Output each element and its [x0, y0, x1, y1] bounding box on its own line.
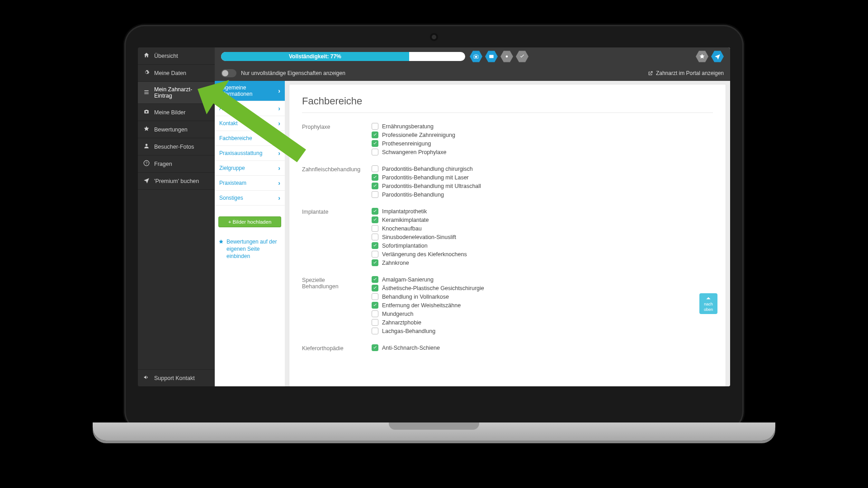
nav-item-label: Übersicht — [154, 53, 178, 59]
user-icon — [143, 143, 150, 150]
subnav-item-label: Fachbereiche — [219, 135, 252, 141]
option-label: Ästhetische-Plastische Gesichtschirurgie — [382, 285, 484, 291]
nav-item-7[interactable]: 'Premium' buchen — [138, 173, 215, 190]
top-hex-generic2-icon[interactable] — [516, 50, 528, 63]
subnav-item-label: Zielgruppe — [219, 165, 245, 171]
option-label: Zahnarztphobie — [382, 319, 421, 326]
nav-item-3[interactable]: Meine Bilder — [138, 104, 215, 121]
topbar-progress: Vollständigkeit: 77% — [215, 47, 730, 66]
incomplete-only-toggle[interactable] — [221, 69, 236, 77]
nav-item-5[interactable]: Besucher-Fotos — [138, 138, 215, 155]
subnav-item-5[interactable]: Zielgruppe› — [215, 161, 285, 176]
option-label: Verlängerung des Kieferknochens — [382, 251, 467, 258]
subnav-item-1[interactable]: Adresse› — [215, 101, 285, 116]
checkbox[interactable] — [372, 216, 378, 223]
checkbox[interactable] — [372, 208, 378, 215]
group-label: Spezielle Behandlungen — [302, 276, 361, 334]
option-label: Prothesenreinigung — [382, 141, 431, 147]
checkbox[interactable] — [372, 293, 378, 300]
open-in-portal-link[interactable]: Zahnarzt im Portal anzeigen — [647, 70, 724, 76]
top-hex-generic1-icon[interactable] — [500, 50, 513, 63]
check-icon — [373, 303, 377, 308]
top-hex-star-icon[interactable] — [696, 50, 708, 63]
check-icon — [373, 243, 377, 248]
check-icon — [373, 217, 377, 222]
checkbox[interactable] — [372, 259, 378, 266]
subnav-item-6[interactable]: Praxisteam› — [215, 176, 285, 191]
checkbox[interactable] — [372, 225, 378, 232]
checkbox[interactable] — [372, 302, 378, 309]
nav-support-label: Support Kontakt — [154, 375, 195, 381]
chevron-right-icon: › — [278, 120, 280, 127]
option-row: Mundgeruch — [372, 310, 484, 317]
option-row: Parodontitis-Behandlung mit Ultraschall — [372, 183, 481, 189]
checkbox[interactable] — [372, 149, 378, 155]
checkbox[interactable] — [372, 140, 378, 147]
chevron-up-icon — [705, 295, 712, 301]
option-row: Implantatprothetik — [372, 208, 467, 215]
option-label: Keramikimplantate — [382, 217, 429, 223]
field-group: KieferorthopädieAnti-Schnarch-Schiene — [302, 344, 713, 352]
nav-spacer — [138, 190, 215, 369]
checkbox[interactable] — [372, 276, 378, 283]
home-icon — [143, 52, 150, 60]
option-row: Professionelle Zahnreinigung — [372, 131, 455, 138]
option-row: Ästhetische-Plastische Gesichtschirurgie — [372, 285, 484, 291]
nav-item-4[interactable]: Bewertungen — [138, 121, 215, 138]
subnav-item-3[interactable]: Fachbereiche› — [215, 131, 285, 146]
checkbox[interactable] — [372, 310, 378, 317]
nav-item-2[interactable]: Mein Zahnarzt-Eintrag — [138, 82, 215, 104]
check-icon — [373, 209, 377, 214]
checkbox[interactable] — [372, 191, 378, 198]
question-icon: ? — [143, 160, 150, 168]
embed-reviews-link[interactable]: Bewertungen auf der eigenen Seite einbin… — [218, 238, 281, 260]
option-label: Zahnkrone — [382, 260, 409, 266]
subnav-item-label: Kontakt — [219, 120, 238, 127]
option-row: Zahnarztphobie — [372, 319, 484, 326]
checkbox[interactable] — [372, 319, 378, 326]
checkbox[interactable] — [372, 174, 378, 181]
chevron-right-icon: › — [278, 164, 280, 172]
subnav-item-2[interactable]: Kontakt› — [215, 116, 285, 131]
nav-item-6[interactable]: ?Fragen — [138, 155, 215, 173]
chevron-right-icon: › — [278, 87, 280, 94]
group-options: Amalgam-SanierungÄsthetische-Plastische … — [372, 276, 484, 334]
laptop-mockup: ÜbersichtMeine DatenMein Zahnarzt-Eintra… — [124, 25, 744, 432]
scroll-to-top-button[interactable]: nach oben — [699, 293, 717, 314]
checkbox[interactable] — [372, 242, 378, 249]
field-group: Spezielle BehandlungenAmalgam-SanierungÄ… — [302, 276, 713, 334]
checkbox[interactable] — [372, 165, 378, 172]
option-row: Sofortimplantation — [372, 242, 467, 249]
camera-icon — [143, 108, 150, 116]
checkbox[interactable] — [372, 285, 378, 291]
checkbox[interactable] — [372, 183, 378, 189]
nav-support-link[interactable]: Support Kontakt — [138, 369, 215, 386]
checkbox[interactable] — [372, 131, 378, 138]
page-title: Fachbereiche — [302, 95, 713, 113]
subnav-item-7[interactable]: Sonstiges› — [215, 191, 285, 206]
chevron-right-icon: › — [278, 150, 280, 157]
chevron-right-icon: › — [278, 194, 280, 202]
nav-item-0[interactable]: Übersicht — [138, 47, 215, 65]
checkbox[interactable] — [372, 328, 378, 334]
option-row: Anti-Schnarch-Schiene — [372, 344, 440, 351]
topbar-filter: Nur unvollständige Eigenschaften anzeige… — [215, 66, 730, 81]
checkbox[interactable] — [372, 123, 378, 130]
top-hex-card-icon[interactable] — [485, 50, 498, 63]
upload-images-button[interactable]: + Bilder hochladen — [218, 216, 281, 227]
svg-point-6 — [506, 56, 508, 58]
top-hex-plane-icon[interactable] — [711, 50, 724, 63]
gear-icon — [143, 69, 150, 77]
upload-button-label: + Bilder hochladen — [228, 219, 272, 225]
checkbox[interactable] — [372, 344, 378, 351]
checkbox[interactable] — [372, 234, 378, 240]
nav-item-1[interactable]: Meine Daten — [138, 65, 215, 82]
option-row: Sinusbodenelevation-Sinuslift — [372, 234, 467, 240]
checkbox[interactable] — [372, 251, 378, 258]
toggle-label: Nur unvollständige Eigenschaften anzeige… — [241, 70, 345, 76]
option-label: Parodontitis-Behandlung mit Laser — [382, 174, 469, 181]
option-label: Entfernung der Weisheitszähne — [382, 302, 461, 309]
subnav-item-4[interactable]: Praxisausstattung› — [215, 146, 285, 161]
top-hex-camera-icon[interactable] — [470, 50, 482, 63]
subnav-item-0[interactable]: Allgemeine Informationen› — [215, 81, 285, 101]
